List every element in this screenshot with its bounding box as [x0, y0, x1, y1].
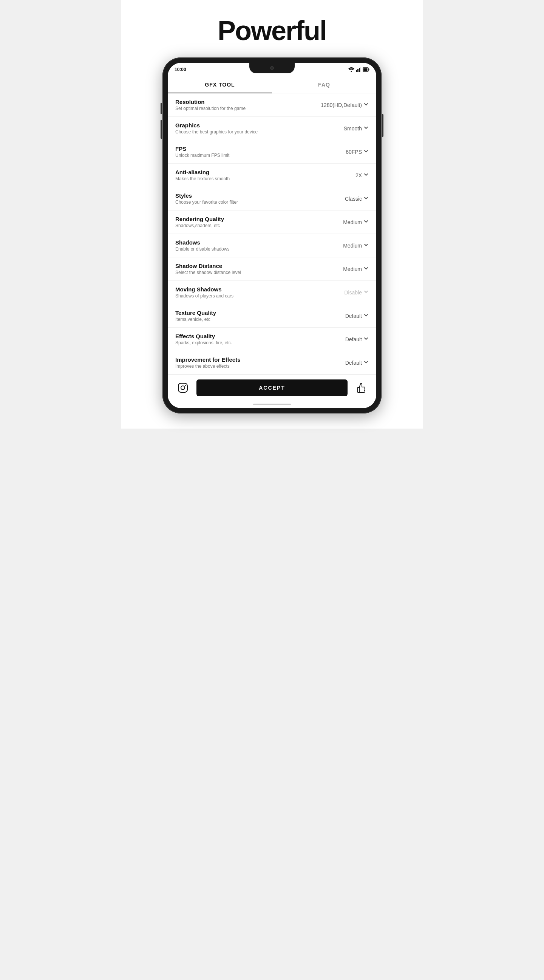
- setting-subtitle-resolution: Set optimal resolution for the game: [175, 106, 321, 111]
- camera: [270, 66, 274, 70]
- app-tabs: GFX TOOL FAQ: [168, 76, 376, 93]
- setting-value-fps: 60FPS: [346, 149, 362, 155]
- setting-title-effects_quality: Effects Quality: [175, 333, 327, 339]
- setting-title-improvement_effects: Improvement for Effects: [175, 356, 327, 363]
- dropdown-arrow-shadow_distance: [363, 266, 369, 272]
- setting-subtitle-styles: Choose your favorite color filter: [175, 200, 327, 205]
- setting-value-texture_quality: Default: [345, 313, 362, 319]
- tab-gfx-tool[interactable]: GFX TOOL: [168, 76, 272, 93]
- setting-row-fps[interactable]: FPSUnlock maximum FPS limit60FPS: [168, 140, 376, 164]
- svg-rect-6: [369, 69, 370, 71]
- dropdown-arrow-moving_shadows: [363, 289, 369, 296]
- svg-rect-8: [178, 383, 187, 392]
- thumbsup-icon: [356, 382, 366, 393]
- status-time: 10:00: [174, 67, 186, 72]
- setting-right: Default: [327, 360, 369, 366]
- setting-row-texture_quality[interactable]: Texture QualityItems,vehicle, etcDefault: [168, 304, 376, 328]
- svg-rect-2: [357, 69, 358, 72]
- setting-row-shadow_distance[interactable]: Shadow DistanceSelect the shadow distanc…: [168, 258, 376, 281]
- setting-left: Effects QualitySparks, explosions, fire,…: [175, 333, 327, 345]
- dropdown-arrow-effects_quality: [363, 336, 369, 343]
- setting-subtitle-moving_shadows: Shadows of players and cars: [175, 293, 327, 299]
- setting-left: ShadowsEnable or disable shadows: [175, 239, 327, 252]
- setting-row-graphics[interactable]: GraphicsChoose the best graphics for you…: [168, 117, 376, 140]
- side-button-vol-up: [160, 103, 162, 114]
- dropdown-arrow-shadows: [363, 242, 369, 249]
- setting-subtitle-texture_quality: Items,vehicle, etc: [175, 317, 327, 322]
- setting-value-shadows: Medium: [343, 243, 362, 249]
- signal-icon: [356, 67, 361, 72]
- setting-row-moving_shadows[interactable]: Moving ShadowsShadows of players and car…: [168, 281, 376, 304]
- setting-row-styles[interactable]: StylesChoose your favorite color filterC…: [168, 187, 376, 210]
- dropdown-arrow-graphics: [363, 125, 369, 132]
- setting-subtitle-rendering_quality: Shadows,shaders, etc: [175, 223, 327, 228]
- setting-right: Smooth: [327, 125, 369, 132]
- setting-row-shadows[interactable]: ShadowsEnable or disable shadowsMedium: [168, 234, 376, 258]
- home-bar: [253, 404, 291, 405]
- svg-point-10: [185, 385, 186, 386]
- home-indicator: [168, 401, 376, 408]
- dropdown-arrow-styles: [363, 196, 369, 202]
- settings-list: ResolutionSet optimal resolution for the…: [168, 93, 376, 375]
- setting-title-styles: Styles: [175, 192, 327, 199]
- setting-title-shadows: Shadows: [175, 239, 327, 246]
- side-button-vol-down: [160, 120, 162, 139]
- setting-left: Improvement for EffectsImproves the abov…: [175, 356, 327, 369]
- setting-value-resolution: 1280(HD,Default): [321, 102, 362, 108]
- status-icons: [348, 67, 370, 72]
- setting-right: Disable: [327, 289, 369, 296]
- setting-left: GraphicsChoose the best graphics for you…: [175, 122, 327, 135]
- setting-value-moving_shadows: Disable: [344, 290, 362, 296]
- svg-point-0: [351, 71, 352, 72]
- setting-subtitle-improvement_effects: Improves the above effects: [175, 364, 327, 369]
- setting-title-shadow_distance: Shadow Distance: [175, 262, 327, 269]
- page-wrapper: Powerful 10:00: [121, 0, 423, 429]
- setting-subtitle-fps: Unlock maximum FPS limit: [175, 153, 327, 158]
- setting-left: ResolutionSet optimal resolution for the…: [175, 99, 321, 111]
- dropdown-arrow-anti_aliasing: [363, 172, 369, 179]
- page-title: Powerful: [217, 0, 327, 57]
- dropdown-arrow-rendering_quality: [363, 219, 369, 226]
- accept-button[interactable]: ACCEPT: [197, 379, 347, 396]
- setting-row-anti_aliasing[interactable]: Anti-aliasingMakes the textures smooth2X: [168, 164, 376, 187]
- setting-left: Rendering QualityShadows,shaders, etc: [175, 216, 327, 228]
- setting-left: FPSUnlock maximum FPS limit: [175, 145, 327, 158]
- setting-row-rendering_quality[interactable]: Rendering QualityShadows,shaders, etcMed…: [168, 210, 376, 234]
- setting-title-texture_quality: Texture Quality: [175, 310, 327, 316]
- setting-left: Shadow DistanceSelect the shadow distanc…: [175, 262, 327, 275]
- dropdown-arrow-texture_quality: [363, 313, 369, 319]
- setting-row-improvement_effects[interactable]: Improvement for EffectsImproves the abov…: [168, 351, 376, 375]
- setting-left: Texture QualityItems,vehicle, etc: [175, 310, 327, 322]
- svg-rect-3: [359, 68, 360, 72]
- dropdown-arrow-resolution: [363, 102, 369, 108]
- setting-title-rendering_quality: Rendering Quality: [175, 216, 327, 222]
- setting-value-rendering_quality: Medium: [343, 219, 362, 225]
- battery-icon: [363, 67, 370, 72]
- setting-row-effects_quality[interactable]: Effects QualitySparks, explosions, fire,…: [168, 328, 376, 351]
- svg-rect-7: [363, 68, 368, 71]
- instagram-button[interactable]: [175, 380, 190, 395]
- instagram-icon: [178, 382, 188, 393]
- setting-value-shadow_distance: Medium: [343, 266, 362, 272]
- setting-subtitle-shadows: Enable or disable shadows: [175, 247, 327, 252]
- setting-left: Moving ShadowsShadows of players and car…: [175, 286, 327, 299]
- setting-subtitle-graphics: Choose the best graphics for your device: [175, 129, 327, 135]
- setting-left: StylesChoose your favorite color filter: [175, 192, 327, 205]
- phone-frame: 10:00: [162, 57, 382, 414]
- setting-value-anti_aliasing: 2X: [355, 172, 362, 178]
- setting-value-graphics: Smooth: [344, 126, 362, 132]
- phone-screen: 10:00: [168, 63, 376, 408]
- thumbsup-button[interactable]: [354, 380, 369, 395]
- setting-title-graphics: Graphics: [175, 122, 327, 129]
- setting-title-anti_aliasing: Anti-aliasing: [175, 169, 327, 175]
- setting-subtitle-effects_quality: Sparks, explosions, fire, etc.: [175, 340, 327, 345]
- setting-row-resolution[interactable]: ResolutionSet optimal resolution for the…: [168, 93, 376, 117]
- setting-subtitle-shadow_distance: Select the shadow distance level: [175, 270, 327, 275]
- setting-right: 1280(HD,Default): [321, 102, 369, 108]
- setting-right: Default: [327, 336, 369, 343]
- setting-title-moving_shadows: Moving Shadows: [175, 286, 327, 293]
- dropdown-arrow-fps: [363, 148, 369, 155]
- tab-faq[interactable]: FAQ: [272, 76, 376, 93]
- setting-title-fps: FPS: [175, 145, 327, 152]
- svg-rect-1: [356, 70, 357, 72]
